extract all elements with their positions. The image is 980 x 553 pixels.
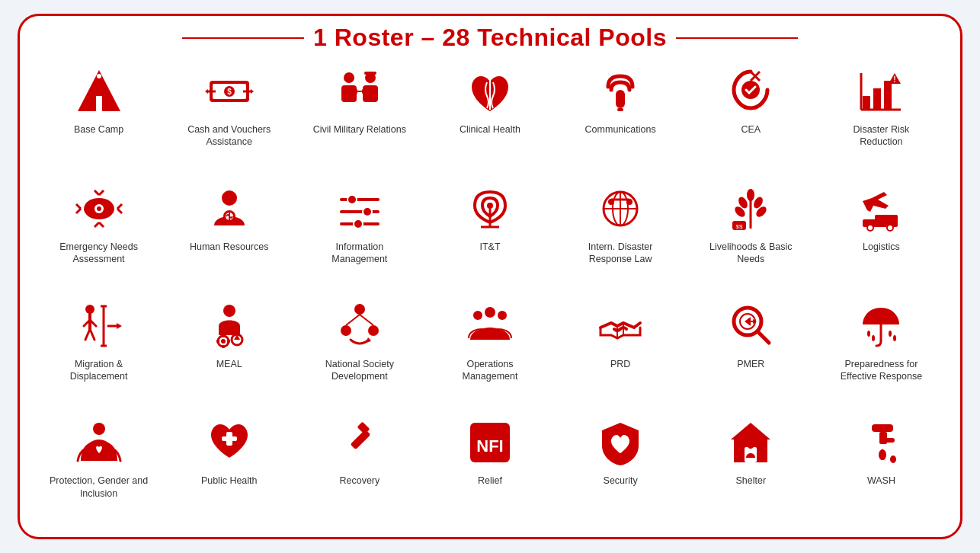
pool-migration: Migration & Displacement: [34, 292, 164, 410]
svg-point-2: [97, 74, 101, 78]
infomgmt-icon: [332, 181, 387, 236]
svg-point-112: [889, 331, 892, 337]
pool-preparedness: Preparedness for Effective Response: [816, 292, 946, 410]
pool-protection: Protection, Gender and Inclusion: [34, 409, 164, 526]
emergency-icon: [72, 181, 127, 236]
svg-point-51: [487, 203, 493, 209]
nsd-icon: [332, 299, 387, 353]
meal-icon: [202, 299, 257, 353]
svg-point-113: [893, 335, 896, 341]
recovery-icon: [332, 415, 387, 470]
pool-label: Security: [604, 475, 638, 487]
svg-text:NFI: NFI: [476, 436, 503, 456]
pool-itt: IT&T: [424, 175, 555, 292]
pool-label: Operations Management: [440, 358, 540, 383]
svg-line-98: [360, 315, 373, 325]
pool-shelter: Shelter: [686, 409, 816, 526]
svg-rect-14: [363, 85, 378, 102]
svg-point-110: [867, 331, 870, 337]
svg-point-101: [473, 311, 482, 320]
svg-line-37: [94, 190, 99, 195]
pool-label: Base Camp: [74, 123, 123, 136]
civil-mil-icon: [332, 64, 387, 119]
svg-line-97: [346, 315, 360, 325]
livelihoods-icon: $$: [723, 181, 778, 236]
svg-rect-88: [222, 334, 225, 337]
svg-rect-20: [616, 90, 625, 108]
svg-rect-1: [96, 96, 102, 111]
svg-rect-91: [227, 340, 230, 343]
migration-icon: [72, 299, 127, 353]
svg-rect-70: [875, 215, 898, 227]
pool-emergency-needs: Emergency Needs Assessment: [34, 175, 164, 292]
pool-relief: NFI Relief: [424, 409, 555, 526]
disaster-icon: !: [853, 64, 908, 119]
pool-cash-vouchers: $ Cash and Vouchers Assistance: [164, 58, 294, 175]
svg-text:$$: $$: [736, 223, 743, 230]
itt-icon: [463, 181, 517, 236]
pool-cea: CEA: [686, 58, 816, 175]
title-line-right: [676, 37, 798, 39]
svg-rect-15: [364, 72, 376, 75]
svg-point-94: [354, 304, 365, 315]
svg-line-38: [99, 190, 104, 195]
pool-human-resources: Human Resources: [164, 175, 294, 292]
pool-public-health: Public Health: [164, 409, 294, 526]
opsmgmt-icon: [463, 299, 517, 353]
svg-line-34: [76, 209, 81, 213]
protection-icon: [72, 415, 127, 470]
pool-label: IT&T: [479, 241, 500, 253]
pool-national-society: National Society Development: [294, 292, 424, 410]
health-icon: [463, 64, 517, 119]
svg-point-32: [97, 206, 101, 211]
cash-icon: $: [202, 64, 257, 119]
svg-point-95: [341, 325, 351, 336]
svg-line-40: [99, 222, 104, 227]
pool-label: Civil Military Relations: [313, 123, 406, 136]
pool-pmer: PMER: [686, 292, 816, 410]
main-card: 1 Roster – 28 Technical Pools Base Camp …: [18, 14, 962, 539]
svg-marker-84: [117, 323, 122, 329]
svg-point-46: [347, 195, 357, 204]
pool-label: PRD: [610, 358, 630, 370]
pmer-icon: [723, 299, 778, 353]
svg-point-124: [748, 443, 754, 449]
pool-security: Security: [556, 409, 686, 526]
svg-point-11: [344, 72, 354, 83]
pool-label: Intern. Disaster Response Law: [571, 241, 670, 266]
svg-point-129: [890, 456, 896, 463]
svg-point-63: [747, 189, 754, 201]
svg-rect-25: [884, 81, 892, 110]
preparedness-icon: [853, 299, 908, 353]
page-title: 1 Roster – 28 Technical Pools: [313, 24, 667, 52]
pool-label: Preparedness for Effective Response: [831, 358, 930, 383]
pool-label: Cash and Vouchers Assistance: [180, 123, 279, 149]
pool-label: MEAL: [216, 358, 242, 370]
svg-rect-21: [617, 108, 623, 111]
relief-icon: NFI: [463, 415, 517, 470]
svg-text:$: $: [227, 88, 232, 96]
cea-icon: [723, 64, 778, 119]
pool-label: Logistics: [863, 241, 900, 253]
logistics-icon: [853, 181, 908, 236]
svg-point-96: [368, 325, 379, 336]
pool-label: Relief: [478, 475, 502, 487]
svg-rect-24: [873, 88, 881, 110]
svg-point-41: [222, 190, 237, 206]
pool-info-mgmt: Information Management: [294, 175, 424, 292]
svg-point-87: [221, 339, 226, 344]
svg-rect-117: [350, 430, 370, 450]
pool-disaster-risk: ! Disaster Risk Reduction: [816, 58, 946, 175]
svg-rect-89: [222, 345, 225, 348]
pool-civil-military: Civil Military Relations: [294, 58, 424, 175]
svg-rect-23: [863, 96, 870, 110]
svg-line-79: [90, 329, 94, 340]
pool-label: Disaster Risk Reduction: [831, 123, 930, 149]
prd-icon: [593, 299, 648, 353]
title-row: 1 Roster – 28 Technical Pools: [182, 24, 798, 52]
pool-intern-disaster: Intern. Disaster Response Law: [556, 175, 686, 292]
pool-label: National Society Development: [310, 358, 409, 383]
shelter-icon: [723, 415, 778, 470]
svg-point-60: [608, 199, 614, 205]
pool-label: Communications: [585, 123, 656, 136]
